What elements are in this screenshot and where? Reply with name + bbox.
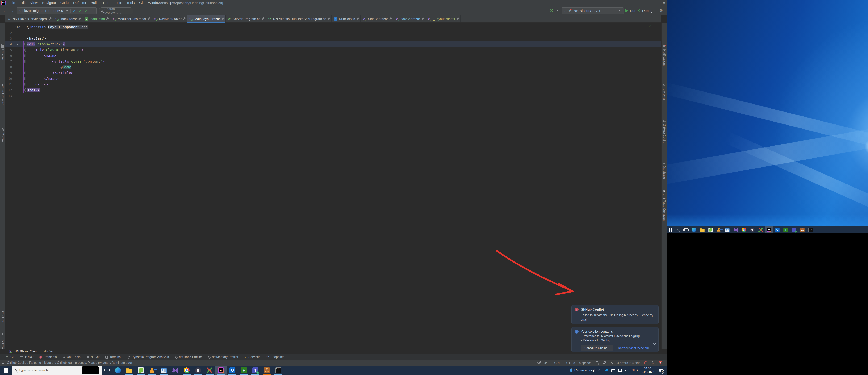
breadcrumb-element[interactable]: div.flex	[43, 350, 55, 353]
action-center-button[interactable]: 20	[657, 366, 664, 375]
notepadpp-icon[interactable]	[135, 366, 147, 375]
maximize-button[interactable]: ❐	[656, 1, 658, 5]
menu-run[interactable]: Run	[101, 0, 112, 6]
tab-nn-atlantis-rundataapi-program-cs[interactable]: NN.Atlantis.RunDataApi\Program.cs	[266, 15, 332, 22]
tool-window-button-unit-tests-coverage[interactable]: Unit Tests Coverage	[661, 189, 667, 221]
minimize-button[interactable]: —	[648, 1, 651, 5]
line-number[interactable]: 3	[5, 36, 12, 41]
context-actions-icon[interactable]: ⚒	[13, 41, 22, 47]
run-button[interactable]: Run	[630, 9, 636, 13]
file-explorer-icon[interactable]	[698, 226, 707, 233]
tool-window-button-notifications[interactable]: Notifications	[661, 45, 667, 66]
green-plus-icon[interactable]	[238, 366, 250, 375]
search-button[interactable]	[675, 226, 682, 233]
menu-refactor[interactable]: Refactor	[71, 0, 89, 6]
tab--layout-cshtml[interactable]: _Layout.cshtml	[426, 15, 461, 22]
dont-suggest-link[interactable]: Don't suggest these plu...	[618, 346, 651, 350]
fold-marker-icon[interactable]	[25, 42, 26, 46]
tool-window-button-unit-tests[interactable]: Unit Tests	[63, 355, 81, 359]
run-more-button[interactable]: ⋮	[654, 9, 658, 13]
tool-window-button-nuget[interactable]: NuGet	[86, 355, 99, 359]
notepadpp-icon[interactable]	[707, 226, 715, 233]
tool-window-button-services[interactable]: Services	[244, 355, 260, 359]
tool-window-button-git[interactable]: Git	[6, 355, 14, 359]
fold-marker-icon[interactable]	[25, 71, 26, 74]
tool-window-button-azure-explorer[interactable]: Azure Explorer	[0, 80, 5, 105]
visual-studio-icon[interactable]	[732, 226, 740, 233]
battery-icon[interactable]	[611, 369, 615, 372]
visual-studio-icon[interactable]	[169, 366, 181, 375]
push-button[interactable]: ↗	[77, 8, 83, 13]
outlook-icon[interactable]	[227, 366, 238, 375]
code-line-1[interactable]: 1⌃ıo@inherits LayoutComponentBase	[5, 24, 661, 30]
menu-navigate[interactable]: Navigate	[40, 0, 58, 6]
pin-icon[interactable]	[106, 18, 108, 20]
status-message[interactable]: GitHub Copilot: Failed to initiate the G…	[7, 361, 132, 365]
menu-tools[interactable]: Tools	[124, 0, 137, 6]
git-branch-widget[interactable]: ⑂ blazor-migration-on-net6.0 ↙ ↗ ✔ ⋮	[17, 7, 96, 14]
menu-build[interactable]: Build	[89, 0, 101, 6]
notification-plugin-suggestion[interactable]: i Your solution contains • Reference to:…	[571, 327, 659, 352]
task-view-button[interactable]	[682, 226, 690, 233]
github-desktop-icon[interactable]	[748, 226, 756, 233]
taskbar-clock[interactable]: 08:53 3-11-2022	[641, 367, 654, 374]
tool-window-button-problems[interactable]: Problems	[39, 355, 57, 359]
tool-window-button-il-viewer[interactable]: IL Viewer	[661, 83, 667, 100]
code-line-8[interactable]: 8 @Body	[5, 64, 661, 70]
run-icon[interactable]	[625, 9, 628, 12]
pin-icon[interactable]	[221, 18, 223, 20]
tab-modulesruns-razor[interactable]: ModulesRuns.razor	[110, 15, 152, 22]
line-separator[interactable]: CRLF	[554, 361, 562, 365]
terminal-icon[interactable]	[273, 366, 284, 375]
debug-button[interactable]: Debug	[642, 9, 653, 13]
line-number[interactable]: 5	[5, 47, 12, 53]
pin-icon[interactable]	[183, 18, 185, 20]
rsi-icon[interactable]	[261, 366, 273, 375]
unlock-icon[interactable]	[602, 361, 606, 365]
teams-icon[interactable]	[790, 226, 798, 233]
code-line-6[interactable]: 6 <main>	[5, 53, 661, 59]
run-configuration-select[interactable]: ⌄ 🚀 NN.Blazor.Server	[562, 7, 624, 14]
tab-navbar-razor[interactable]: NavBar.razor	[393, 15, 426, 22]
tab-mainlayout-razor[interactable]: MainLayout.razor	[187, 15, 225, 22]
code-line-2[interactable]: 2	[5, 30, 661, 36]
pin-icon[interactable]	[422, 18, 424, 20]
contact-card-icon[interactable]	[158, 366, 169, 375]
errtri-icon[interactable]	[659, 361, 662, 365]
breadcrumb-project[interactable]: NN.Blazor.Client	[13, 350, 38, 353]
weather-widget[interactable]: Regen eindigt	[570, 368, 595, 373]
tab-index-html[interactable]: index.html	[83, 15, 111, 22]
chrome-icon[interactable]	[181, 366, 192, 375]
close-button[interactable]: ✕	[663, 1, 665, 5]
pin-icon[interactable]	[79, 18, 81, 20]
pin-icon[interactable]	[457, 18, 459, 20]
taskbar-search-input[interactable]: Type here to search	[12, 366, 102, 375]
tool-window-button-commit[interactable]: Commit	[0, 128, 5, 144]
tool-window-button-structure[interactable]: Structure	[0, 306, 5, 322]
network-icon[interactable]	[618, 369, 622, 372]
line-number[interactable]: 13	[5, 93, 12, 99]
code-line-5[interactable]: 5 <div class="flex-auto">	[5, 47, 661, 53]
pin-icon[interactable]	[356, 18, 359, 20]
tool-window-toggle-icon[interactable]	[2, 362, 5, 364]
tool-window-button-terminal[interactable]: Terminal	[105, 355, 121, 359]
user-accounts-icon[interactable]	[715, 226, 723, 233]
indent-style[interactable]: 4 spaces	[579, 361, 591, 365]
pin-icon[interactable]	[328, 18, 330, 20]
green-plus-icon[interactable]	[781, 226, 790, 233]
vcs-more-button[interactable]: ⋮	[89, 8, 95, 13]
menu-edit[interactable]: Edit	[18, 0, 28, 6]
fold-marker-icon[interactable]	[25, 54, 26, 57]
tab-runsets-ts[interactable]: RunSets.ts	[332, 15, 361, 22]
volume-icon[interactable]	[624, 369, 628, 372]
branch-compare-icon[interactable]	[756, 226, 765, 233]
configure-plugins-button[interactable]: Configure plugins...	[581, 345, 613, 351]
file-explorer-icon[interactable]	[124, 366, 135, 375]
tab-index-razor[interactable]: Index.razor	[53, 15, 83, 22]
start-button[interactable]	[666, 226, 675, 233]
line-number[interactable]: 9	[5, 70, 12, 76]
edge-icon[interactable]	[112, 366, 124, 375]
rsi-icon[interactable]	[798, 226, 807, 233]
lambda-icon[interactable]	[651, 361, 655, 365]
menu-file[interactable]: File	[7, 0, 18, 6]
